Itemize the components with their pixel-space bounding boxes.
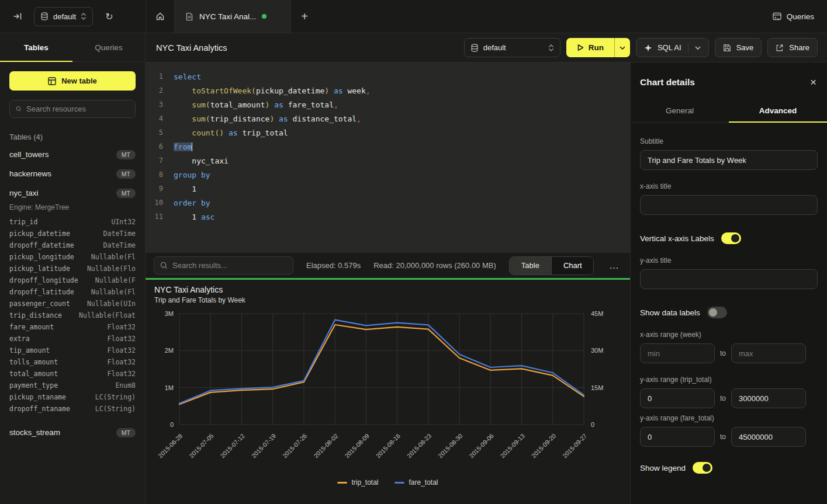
vertical-x-labels-toggle[interactable]	[721, 232, 741, 244]
legend-item-fare_total[interactable]: fare_total	[395, 478, 438, 486]
y-fare-max-input[interactable]	[731, 427, 806, 447]
column-row[interactable]: payment_typeEnum8	[0, 380, 145, 391]
sidebar-tab-queries[interactable]: Queries	[72, 33, 145, 61]
engine-badge: MT	[116, 169, 136, 179]
x-axis-title-input[interactable]	[640, 195, 818, 215]
tab-advanced[interactable]: Advanced	[729, 99, 827, 122]
column-row[interactable]: trip_distanceNullable(Float	[0, 310, 145, 321]
sql-ai-button[interactable]: SQL AI	[636, 38, 709, 57]
show-data-labels-row: Show data labels	[640, 307, 818, 318]
chevron-down-icon[interactable]	[695, 46, 701, 50]
x-range-min-input[interactable]	[640, 343, 715, 363]
view-toggle: Table Chart	[509, 256, 594, 275]
column-row[interactable]: dropoff_datetimeDateTime	[0, 239, 145, 251]
code-line[interactable]: 9 1	[146, 182, 630, 196]
code-line[interactable]: 5 count() as trip_total	[146, 126, 630, 140]
topbar-right: Queries	[773, 0, 827, 33]
show-legend-toggle[interactable]	[693, 462, 712, 474]
show-data-labels-label: Show data labels	[640, 308, 700, 317]
column-row[interactable]: passenger_countNullable(UIn	[0, 298, 145, 310]
y-trip-min-input[interactable]	[640, 388, 715, 408]
sidebar-tab-tables[interactable]: Tables	[0, 33, 72, 61]
chart-canvas[interactable]: 01M2M3M015M30M45M2015-06-282015-07-05201…	[149, 304, 617, 478]
queries-button[interactable]: Queries	[773, 12, 814, 21]
table-name: nyc_taxi	[9, 189, 39, 197]
share-button[interactable]: Share	[767, 38, 818, 57]
y-axis-title-input[interactable]	[640, 269, 818, 289]
legend-item-trip_total[interactable]: trip_total	[337, 478, 378, 486]
topbar: default ↻ NYC Taxi Anal... + Queries	[0, 0, 827, 33]
column-row[interactable]: dropoff_longitudeNullable(F	[0, 274, 145, 286]
y-trip-max-input[interactable]	[731, 388, 806, 408]
column-row[interactable]: trip_idUInt32	[0, 216, 145, 228]
code-line[interactable]: 6from	[146, 140, 630, 154]
query-tab[interactable]: NYC Taxi Anal...	[174, 0, 291, 33]
new-table-button[interactable]: New table	[9, 71, 136, 91]
code-line[interactable]: 3 sum(total_amount) as fare_total,	[146, 98, 630, 112]
new-table-label: New table	[61, 77, 97, 85]
tab-general[interactable]: General	[631, 99, 729, 122]
column-row[interactable]: tolls_amountFloat32	[0, 356, 145, 368]
chart-view-button[interactable]: Chart	[552, 257, 594, 274]
column-type: Nullable(Fl	[91, 253, 136, 261]
search-resources-input[interactable]	[26, 105, 129, 113]
column-name: pickup_datetime	[9, 230, 70, 238]
svg-text:2015-07-12: 2015-07-12	[219, 432, 246, 460]
run-options-button[interactable]	[614, 38, 630, 57]
save-button[interactable]: Save	[715, 38, 762, 57]
svg-text:0: 0	[591, 421, 594, 428]
column-row[interactable]: pickup_latitudeNullable(Flo	[0, 263, 145, 274]
column-type: Float32	[108, 358, 136, 366]
column-row[interactable]: dropoff_latitudeNullable(Fl	[0, 286, 145, 298]
database-selector[interactable]: default	[34, 7, 93, 26]
table-view-button[interactable]: Table	[510, 257, 552, 274]
chart-legend: trip_totalfare_total	[146, 478, 630, 486]
column-type: Float32	[108, 346, 136, 354]
code-line[interactable]: 8group by	[146, 168, 630, 182]
column-row[interactable]: pickup_datetimeDateTime	[0, 228, 145, 239]
share-icon	[776, 44, 784, 52]
code-line[interactable]: 7 nyc_taxi	[146, 154, 630, 168]
column-row[interactable]: dropoff_ntanameLC(String)	[0, 403, 145, 415]
y-axis-range-fare-row: to	[640, 427, 818, 447]
table-row-nyc-taxi[interactable]: nyc_taxi MT	[0, 183, 145, 203]
svg-text:2015-07-05: 2015-07-05	[188, 432, 215, 460]
column-row[interactable]: fare_amountFloat32	[0, 321, 145, 333]
column-row[interactable]: pickup_ntanameLC(String)	[0, 391, 145, 403]
svg-text:15M: 15M	[591, 384, 603, 391]
new-tab-button[interactable]: +	[291, 0, 318, 33]
sql-editor[interactable]: 1select2 toStartOfWeek(pickup_datetime) …	[146, 62, 630, 253]
column-row[interactable]: total_amountFloat32	[0, 368, 145, 380]
code-line[interactable]: 4 sum(trip_distance) as distance_total,	[146, 112, 630, 126]
table-row-hackernews[interactable]: hackernews MT	[0, 164, 145, 183]
code-line[interactable]: 10order by	[146, 196, 630, 210]
play-icon	[577, 44, 584, 51]
table-row-stocks-stream[interactable]: stocks_stream MT	[0, 423, 145, 442]
code-line[interactable]: 1select	[146, 69, 630, 84]
column-row[interactable]: pickup_longitudeNullable(Fl	[0, 251, 145, 263]
y-fare-min-input[interactable]	[640, 427, 715, 447]
panel-title: Chart details	[640, 77, 695, 88]
more-options-icon[interactable]: …	[607, 260, 622, 272]
page-title: NYC Taxi Analytics	[156, 43, 227, 53]
results-search	[154, 256, 293, 274]
search-results-input[interactable]	[172, 261, 287, 270]
chevron-up-down-icon	[81, 13, 86, 20]
svg-text:2015-08-30: 2015-08-30	[437, 432, 464, 460]
refresh-icon[interactable]: ↻	[101, 8, 117, 25]
subtitle-input[interactable]	[640, 150, 818, 170]
table-row-cell-towers[interactable]: cell_towers MT	[0, 145, 145, 164]
to-label: to	[720, 433, 726, 441]
code-line[interactable]: 2 toStartOfWeek(pickup_datetime) as week…	[146, 84, 630, 98]
run-button[interactable]: Run	[566, 38, 614, 57]
code-line[interactable]: 11 1 asc	[146, 210, 630, 224]
column-row[interactable]: extraFloat32	[0, 333, 145, 345]
x-range-max-input[interactable]	[731, 343, 806, 363]
collapse-sidebar-icon[interactable]	[9, 8, 26, 25]
show-data-labels-toggle[interactable]	[707, 307, 727, 318]
home-button[interactable]	[146, 0, 174, 33]
query-database-selector[interactable]: default	[464, 38, 560, 57]
close-icon[interactable]: ×	[810, 77, 816, 88]
column-row[interactable]: tip_amountFloat32	[0, 345, 145, 356]
svg-text:3M: 3M	[165, 310, 174, 317]
